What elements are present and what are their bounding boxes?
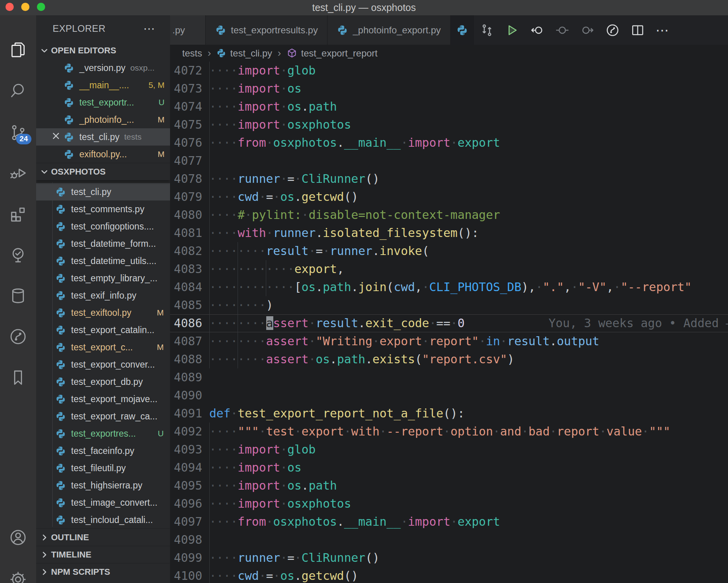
code-line[interactable]: 4072····import·glob [170,62,728,80]
code-line[interactable]: 4093····import·glob [170,441,728,459]
tree-item[interactable]: test_export_conver... [36,356,170,373]
editor-tab[interactable]: .py [170,15,206,45]
split-editor-icon[interactable] [630,23,645,38]
code-line[interactable]: 4091def·test_export_report_not_a_file(): [170,404,728,423]
tree-item[interactable]: test_empty_library_... [36,270,170,287]
code-line[interactable]: 4083············export, [170,260,728,278]
tab-label: _photoinfo_export.py [353,25,441,36]
code-line[interactable]: 4099····runner·=·CliRunner() [170,549,728,567]
zoom-window-button[interactable] [37,3,45,11]
code-line[interactable]: 4089 [170,368,728,386]
code-line[interactable]: 4076····from·osxphotos.__main__·import·e… [170,134,728,152]
open-editors-header[interactable]: OPEN EDITORS [36,42,170,59]
explorer-more-actions-icon[interactable]: ⋯ [143,25,156,33]
code-line[interactable]: 4080····#·pylint:·disable=not-context-ma… [170,206,728,224]
gitlens-icon[interactable] [8,326,28,347]
window-title: test_cli.py — osxphotos [312,2,416,13]
code-line[interactable]: 4073····import·os [170,80,728,98]
navigate-forward-icon[interactable] [580,23,595,38]
tree-item[interactable]: test_export_mojave... [36,390,170,408]
tree-view-icon[interactable] [8,245,28,265]
window-controls[interactable] [5,3,45,11]
open-editor-item[interactable]: __main__....5, M [36,77,170,94]
breadcrumb-folder[interactable]: tests [182,48,202,59]
timeline-section-header[interactable]: TIMELINE [36,546,170,563]
open-changes-icon[interactable] [479,23,494,38]
line-number: 4093 [170,441,202,459]
minimize-window-button[interactable] [21,3,29,11]
tree-item[interactable]: test_comments.py [36,200,170,218]
tree-item[interactable]: test_export_db.py [36,373,170,390]
code-line[interactable]: 4084············[os.path.join(cwd,·CLI_P… [170,278,728,296]
tree-item[interactable]: test_datetime_form... [36,235,170,252]
breadcrumb-symbol[interactable]: test_export_report [287,48,378,59]
settings-gear-icon[interactable] [8,569,28,583]
tree-item[interactable]: test_highsierra.py [36,477,170,494]
run-python-file-icon[interactable] [505,23,519,38]
npm-scripts-section-header[interactable]: NPM SCRIPTS [36,563,170,580]
tree-item[interactable]: test_image_convert... [36,494,170,511]
code-line[interactable]: 4085········) [170,296,728,314]
open-editor-item[interactable]: test_exportr...U [36,94,170,111]
extensions-icon[interactable] [8,204,28,224]
close-icon[interactable] [52,132,64,142]
code-line[interactable]: 4100····cwd·=·os.getcwd() [170,567,728,583]
code-editor[interactable]: 4072····import·glob4073····import·os4074… [170,62,728,583]
tree-item[interactable]: test_export_c...M [36,339,170,356]
tree-item[interactable]: test_fileutil.py [36,459,170,477]
tree-item[interactable]: test_exportres...U [36,425,170,442]
database-icon[interactable] [8,286,28,306]
current-change-icon[interactable] [555,23,570,38]
tree-item[interactable]: test_incloud_catali... [36,511,170,528]
editor-tab[interactable]: test_exportresults.py [206,15,327,45]
code-line[interactable]: 4075····import·osxphotos [170,116,728,134]
search-icon[interactable] [8,81,28,101]
account-icon[interactable] [8,527,28,548]
code-line[interactable]: 4090 [170,386,728,404]
code-token: ···· [209,424,238,438]
outline-section-header[interactable]: OUTLINE [36,528,170,546]
code-line[interactable]: 4082········result·=·runner.invoke( [170,242,728,260]
code-line[interactable]: 4079····cwd·=·os.getcwd() [170,188,728,206]
tree-item[interactable]: test_exiftool.pyM [36,304,170,321]
open-editor-item[interactable]: exiftool.py...M [36,146,170,163]
code-token: os [287,479,302,492]
open-editor-item[interactable]: _version.pyosxp... [36,59,170,77]
explorer-icon[interactable] [8,40,28,60]
open-editor-item[interactable]: _photoinfo_...M [36,111,170,128]
breadcrumb-file[interactable]: test_cli.py [216,48,272,59]
code-line[interactable]: 4097····from·osxphotos.__main__·import·e… [170,513,728,531]
code-line[interactable]: 4088········assert·os.path.exists("repor… [170,350,728,368]
code-line[interactable]: 4096····import·osxphotos [170,495,728,513]
code-line[interactable]: 4094····import·os [170,459,728,477]
tree-item[interactable]: test_export_catalin... [36,321,170,339]
code-line[interactable]: 4092····"""·test·export·with·--report·op… [170,423,728,441]
editor-tab[interactable] [451,15,474,45]
git-blame-annotation: You, 3 weeks ago • Added – [549,314,728,332]
code-token: ···· [209,118,238,131]
code-line[interactable]: 4087········assert·"Writing·export·repor… [170,332,728,350]
navigate-back-icon[interactable] [530,23,545,38]
more-actions-icon[interactable]: ⋯ [655,23,670,38]
tree-item[interactable]: test_faceinfo.py [36,442,170,459]
tree-item[interactable]: test_cli.py [36,183,170,200]
project-section-header[interactable]: OSXPHOTOS [36,163,170,180]
tree-item[interactable]: test_export_raw_ca... [36,408,170,425]
editor-tab[interactable]: _photoinfo_export.py [327,15,450,45]
tree-item[interactable]: test_exif_info.py [36,287,170,304]
bookmarks-icon[interactable] [8,367,28,388]
tree-item[interactable]: test_configoptions.... [36,218,170,235]
gitlens-history-icon[interactable] [605,23,620,38]
code-line[interactable]: 4086········assert·result.exit_code·==·0… [170,314,728,332]
code-line[interactable]: 4078····runner·=·CliRunner() [170,170,728,188]
code-line[interactable]: 4077 [170,152,728,170]
code-line[interactable]: 4098 [170,531,728,549]
code-line[interactable]: 4095····import·os.path [170,477,728,495]
open-editor-item[interactable]: test_cli.pytests [36,128,170,146]
source-control-icon[interactable]: 24 [8,122,28,143]
close-window-button[interactable] [5,3,14,11]
code-line[interactable]: 4081····with·runner.isolated_filesystem(… [170,224,728,242]
code-line[interactable]: 4074····import·os.path [170,98,728,116]
tree-item[interactable]: test_datetime_utils.... [36,252,170,270]
run-debug-icon[interactable] [8,163,28,183]
